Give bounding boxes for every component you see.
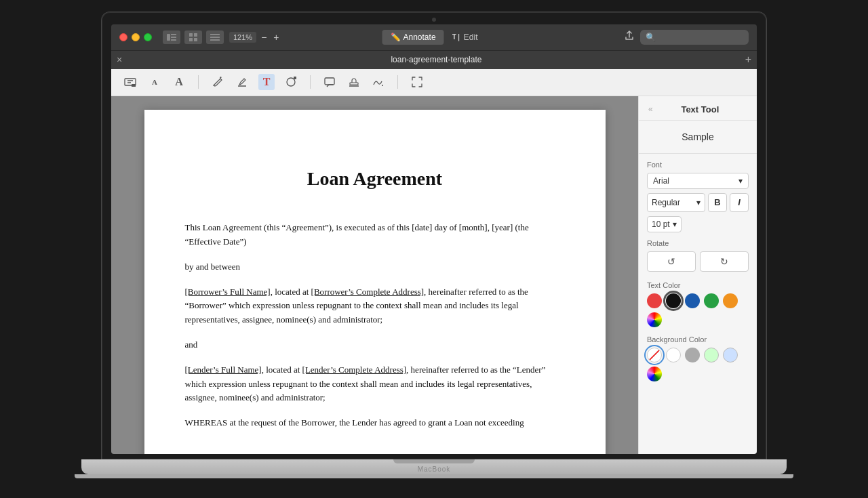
redact-tool-button[interactable]: [122, 74, 138, 90]
sidebar-toggle-button[interactable]: [163, 30, 180, 44]
font-label: Font: [647, 161, 749, 169]
svg-rect-1: [171, 34, 176, 35]
zoom-in-button[interactable]: +: [271, 32, 281, 43]
text-color-red[interactable]: [647, 293, 662, 308]
borrower-address: [Borrower’s Complete Address]: [311, 287, 425, 297]
svg-rect-5: [194, 33, 197, 37]
titlebar-right: 🔍: [624, 30, 749, 45]
panel-header: « Text Tool: [639, 96, 757, 121]
style-chevron-icon: ▾: [696, 198, 701, 207]
font-size-select[interactable]: 10 pt ▾: [647, 216, 682, 232]
font-style-select[interactable]: Regular ▾: [647, 193, 705, 212]
separator-1: [198, 75, 199, 89]
annotation-toolbar: A A T: [111, 69, 757, 96]
expand-tool-button[interactable]: [409, 74, 425, 90]
pdf-viewer[interactable]: Loan Agreement This Loan Agreement (this…: [111, 96, 638, 454]
zoom-out-button[interactable]: −: [259, 32, 269, 43]
svg-rect-14: [132, 84, 136, 87]
bg-color-section: Background Color: [639, 331, 757, 386]
edit-icon: T|: [452, 33, 461, 41]
para-borrower: [Borrower’s Full Name], located at [Borr…: [185, 285, 565, 327]
svg-rect-0: [167, 34, 170, 41]
text-color-orange[interactable]: [723, 293, 738, 308]
text-color-green[interactable]: [704, 293, 719, 308]
font-chevron-icon: ▾: [738, 176, 743, 186]
close-doc-button[interactable]: ×: [117, 54, 122, 65]
font-large-button[interactable]: A: [171, 74, 187, 90]
highlight-tool-button[interactable]: [234, 74, 250, 90]
para-1: This Loan Agreement (this “Agreement”), …: [185, 221, 565, 249]
rotate-row: ↺ ↻: [647, 251, 749, 272]
panel-title: Text Tool: [653, 104, 747, 115]
svg-rect-8: [210, 34, 220, 35]
annotate-label: Annotate: [403, 33, 436, 42]
fullscreen-window-button[interactable]: [144, 33, 152, 41]
text-color-black[interactable]: [666, 293, 681, 308]
bg-color-gray[interactable]: [685, 348, 700, 362]
para-2: by and between: [185, 260, 565, 274]
macbook-foot: [75, 474, 793, 478]
font-style-row: Regular ▾ B I: [647, 193, 749, 212]
bg-color-light-green[interactable]: [704, 348, 719, 362]
pdf-page: Loan Agreement This Loan Agreement (this…: [144, 110, 606, 454]
share-button[interactable]: [624, 30, 635, 43]
svg-rect-10: [210, 39, 220, 41]
svg-rect-4: [189, 33, 193, 37]
pencil-tool-button[interactable]: [210, 74, 226, 90]
style-label: Regular: [652, 198, 680, 207]
annotate-icon: ✏️: [391, 33, 401, 42]
text-color-section: Text Color: [639, 277, 757, 331]
svg-rect-17: [294, 77, 296, 79]
search-input[interactable]: [640, 30, 749, 45]
zoom-level[interactable]: 121%: [229, 32, 256, 43]
zoom-controls: 121% − +: [229, 32, 281, 43]
bg-color-transparent[interactable]: [647, 348, 662, 362]
bg-color-white[interactable]: [666, 348, 681, 362]
add-tab-button[interactable]: +: [745, 54, 751, 66]
macbook-label: MacBook: [418, 465, 451, 473]
minimize-window-button[interactable]: [132, 33, 140, 41]
bg-color-rainbow[interactable]: [647, 367, 662, 381]
svg-rect-6: [189, 38, 193, 41]
grid-view-button[interactable]: [184, 30, 202, 44]
edit-tab[interactable]: T| Edit: [444, 30, 486, 45]
font-section: Font Arial ▾ Regular ▾ B I: [639, 154, 757, 239]
text-color-rainbow[interactable]: [647, 312, 662, 327]
svg-rect-7: [194, 38, 197, 41]
signature-tool-button[interactable]: [370, 74, 387, 90]
shape-tool-button[interactable]: [283, 74, 299, 90]
separator-3: [397, 75, 398, 89]
edit-label: Edit: [464, 33, 478, 42]
rotate-cw-button[interactable]: ↻: [700, 251, 749, 272]
rotate-section: Rotate ↺ ↻: [639, 239, 757, 277]
para-and: and: [185, 338, 565, 352]
text-tool-button[interactable]: T: [258, 74, 275, 90]
list-view-button[interactable]: [206, 30, 224, 44]
bg-color-light-blue[interactable]: [723, 348, 738, 362]
size-chevron-icon: ▾: [673, 220, 677, 229]
traffic-lights: [119, 33, 152, 41]
stamp-tool-button[interactable]: [346, 74, 362, 90]
macbook-base: MacBook: [81, 459, 787, 474]
para-whereas: WHEREAS at the request of the Borrower, …: [185, 416, 565, 430]
font-family-select[interactable]: Arial ▾: [647, 173, 749, 189]
font-size-row: 10 pt ▾: [647, 216, 749, 232]
font-small-button[interactable]: A: [146, 74, 163, 90]
rotate-label: Rotate: [647, 239, 749, 247]
doc-tab-title: loan-agreement-template: [127, 55, 745, 64]
para-lender: [Lender’s Full Name], located at [Lender…: [185, 363, 565, 405]
rotate-ccw-button[interactable]: ↺: [647, 251, 696, 272]
camera-dot: [432, 18, 436, 22]
panel-collapse-button[interactable]: «: [648, 104, 653, 114]
close-window-button[interactable]: [119, 33, 127, 41]
bg-color-label: Background Color: [647, 335, 749, 344]
bold-button[interactable]: B: [708, 193, 727, 212]
sidebar-toggle-icons: [163, 30, 224, 44]
bg-color-row: [647, 348, 749, 381]
italic-button[interactable]: I: [730, 193, 749, 212]
annotate-tab[interactable]: ✏️ Annotate: [382, 30, 444, 45]
text-color-dark-blue[interactable]: [685, 293, 700, 308]
lender-address: [Lender’s Complete Address]: [302, 365, 407, 375]
comment-tool-button[interactable]: [321, 74, 338, 90]
font-name: Arial: [653, 176, 669, 186]
